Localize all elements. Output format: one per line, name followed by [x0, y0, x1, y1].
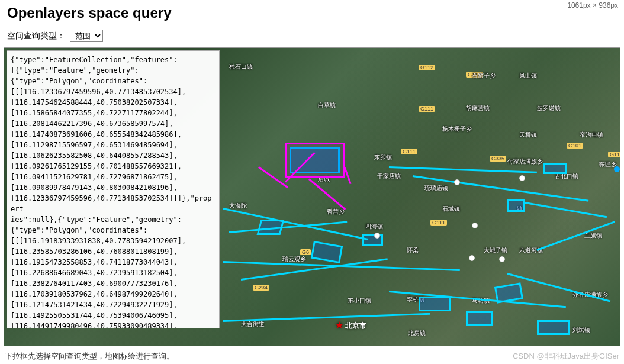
point-marker: [472, 223, 478, 228]
header: Openlayers space query: [0, 0, 624, 26]
feature-polygon: [419, 297, 451, 311]
road-label: G111: [401, 149, 417, 154]
json-result-panel[interactable]: {"type":"FeatureCollection","features": …: [7, 50, 220, 328]
road-label: G112: [466, 72, 483, 78]
star-icon: ★: [336, 320, 343, 330]
road-label: G234: [253, 285, 269, 291]
road-label: G111: [419, 106, 435, 112]
road-label: G112: [608, 152, 620, 157]
road-label: G6: [300, 249, 311, 255]
city-marker: ★ 北京市: [336, 320, 366, 331]
road-label: G335: [490, 156, 506, 162]
point-marker: [454, 179, 460, 185]
point-marker: [469, 255, 475, 261]
point-marker: [499, 256, 505, 262]
query-type-label: 空间查询类型：: [7, 31, 65, 41]
road-label: G101: [567, 143, 583, 149]
point-marker-active: [614, 166, 620, 172]
feature-polygon: [543, 163, 567, 174]
road-label: G112: [419, 65, 435, 70]
point-marker: [374, 233, 380, 239]
hint-text: 下拉框先选择空间查询类型，地图标绘进行查询。: [5, 351, 174, 362]
dimensions-label: 1061px × 936px: [567, 1, 618, 9]
query-type-select[interactable]: 范围: [70, 30, 103, 42]
watermark: CSDN @非科班Java出身GISer: [513, 351, 619, 362]
feature-polygon: [466, 311, 493, 326]
feature-polygon: [507, 199, 525, 212]
query-controls: 空间查询类型： 范围: [0, 26, 624, 46]
road-label: G111: [430, 220, 447, 226]
point-marker: [519, 175, 525, 181]
feature-polygon: [537, 320, 570, 335]
map-container[interactable]: G112 G112 G111 G101 G112 G111 G335 G111 …: [4, 47, 620, 346]
city-name: 北京市: [345, 321, 366, 330]
footer: 下拉框先选择空间查询类型，地图标绘进行查询。 CSDN @非科班Java出身GI…: [5, 351, 619, 362]
page-title: Openlayers space query: [7, 5, 617, 21]
